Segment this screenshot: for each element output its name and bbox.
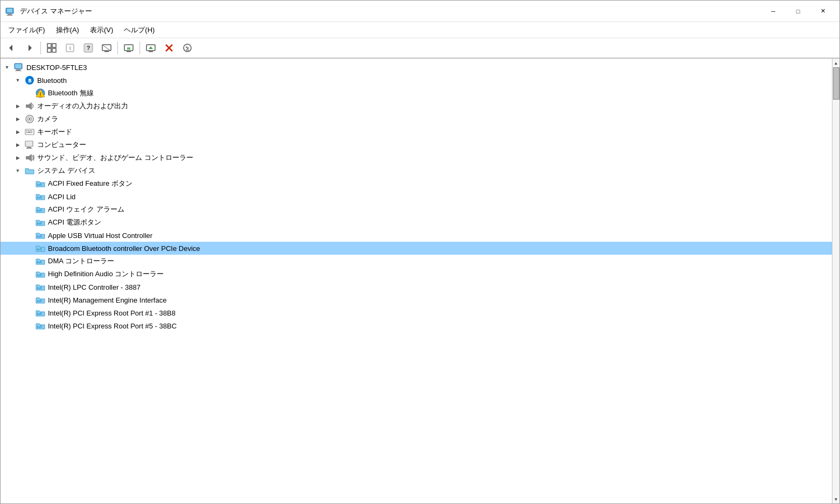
sound-expand[interactable]: ▶ [13,153,22,162]
scroll-thumb[interactable] [833,67,839,100]
sound-group[interactable]: ▶ サウンド、ビデオ、およびゲーム コントローラー [1,151,832,164]
svg-text:!: ! [40,92,41,97]
toolbar-separator-2 [117,41,118,54]
device-folder-icon-11 [35,307,46,318]
svg-rect-86 [37,313,38,315]
svg-rect-45 [30,130,31,131]
bluetooth-label: Bluetooth [37,76,67,85]
apple-usb-label: Apple USB Virtual Host Controller [48,232,152,240]
scroll-down-arrow[interactable]: ▼ [832,495,840,503]
svg-rect-37 [26,104,29,108]
device-folder-icon-3 [35,204,46,215]
download-button[interactable] [179,40,196,56]
svg-rect-84 [39,300,40,302]
svg-rect-29 [16,69,20,71]
svg-rect-69 [39,236,40,237]
forward-button[interactable] [21,40,38,56]
computer-expand[interactable]: ▶ [13,141,22,149]
title-bar: デバイス マネージャー ─ □ ✕ [1,1,839,22]
tree-root[interactable]: ▼ DESKTOP-5FTLE3 [1,61,832,74]
keyboard-icon [24,127,35,137]
update-driver-button[interactable]: i [61,40,79,56]
window-title: デバイス マネージャー [20,6,761,16]
intel-pcie-1[interactable]: Intel(R) PCI Express Root Port #1 - 38B8 [1,306,832,319]
intel-mei[interactable]: Intel(R) Management Engine Interface [1,293,832,306]
maximize-button[interactable]: □ [786,1,810,22]
scroll-up-arrow[interactable]: ▲ [832,59,840,67]
svg-rect-70 [40,235,41,237]
acpi-wake-label: ACPI ウェイク アラーム [48,205,124,214]
menu-file[interactable]: ファイル(F) [3,23,51,37]
close-button[interactable]: ✕ [810,1,835,22]
system-expand[interactable]: ▼ [13,166,22,175]
audio-expand[interactable]: ▶ [13,102,22,110]
scan-changes-button[interactable] [120,40,137,56]
system-devices-group[interactable]: ▼ システム デバイス [1,164,832,177]
intel-lpc[interactable]: Intel(R) LPC Controller - 3887 [1,281,832,293]
audio-group[interactable]: ▶ オーディオの入力および出力 [1,100,832,113]
menu-help[interactable]: ヘルプ(H) [118,23,160,37]
acpi-power[interactable]: ACPI 電源ボタン [1,216,832,229]
svg-rect-88 [40,312,41,315]
bluetooth-expand[interactable]: ▼ [13,76,22,85]
acpi-power-label: ACPI 電源ボタン [48,218,101,227]
camera-icon [24,114,35,124]
toolbar-separator-1 [40,41,41,54]
bluetooth-group[interactable]: ▼ ʙ Bluetooth [1,74,832,87]
menu-action[interactable]: 操作(A) [51,23,85,37]
svg-text:?: ? [87,45,90,51]
intel-pcie-1-label: Intel(R) PCI Express Root Port #1 - 38B8 [48,309,176,317]
device-folder-icon-8 [35,269,46,279]
properties-button[interactable] [43,40,60,56]
svg-rect-43 [26,130,27,131]
camera-expand[interactable]: ▶ [13,115,22,123]
svg-rect-31 [15,64,22,68]
svg-rect-83 [37,300,38,302]
hda-controller[interactable]: High Definition Audio コントローラー [1,268,832,281]
computer-label: コンピューター [37,140,86,150]
svg-rect-89 [37,326,38,328]
acpi-fixed-label: ACPI Fixed Feature ボタン [48,179,132,188]
svg-rect-59 [37,197,38,199]
acpi-fixed-feature[interactable]: ACPI Fixed Feature ボタン [1,177,832,190]
keyboard-group[interactable]: ▶ キーボード [1,125,832,138]
device-tree[interactable]: ▼ DESKTOP-5FTLE3 ▼ ʙ [1,59,832,503]
warning-icon: ! [35,88,46,99]
computer-group[interactable]: ▶ コンピューター [1,138,832,151]
back-button[interactable] [3,40,20,56]
acpi-lid-label: ACPI Lid [48,193,75,201]
minimize-button[interactable]: ─ [761,1,786,22]
svg-line-16 [103,45,110,51]
intel-lpc-label: Intel(R) LPC Controller - 3887 [48,283,141,291]
help-button[interactable]: ? [80,40,97,56]
svg-rect-74 [37,261,38,263]
sound-icon [24,152,35,163]
apple-usb[interactable]: Apple USB Virtual Host Controller [1,229,832,242]
svg-rect-30 [15,71,22,71]
broadcom-bluetooth[interactable]: Broadcom Bluetooth controller Over PCIe … [1,242,832,255]
vertical-scrollbar[interactable]: ▲ ▼ [832,59,839,503]
acpi-lid[interactable]: ACPI Lid [1,190,832,203]
show-hidden-button[interactable] [98,40,115,56]
camera-group[interactable]: ▶ カメラ [1,113,832,125]
svg-rect-64 [40,209,41,212]
svg-rect-3 [7,9,12,12]
svg-rect-57 [39,184,40,186]
remove-device-button[interactable] [160,40,178,56]
root-expand[interactable]: ▼ [3,63,11,72]
acpi-wake[interactable]: ACPI ウェイク アラーム [1,203,832,216]
svg-rect-58 [40,183,41,186]
svg-rect-51 [27,147,31,148]
bluetooth-wireless[interactable]: ! Bluetooth 無線 [1,87,832,100]
scroll-track[interactable] [832,67,840,495]
svg-rect-2 [6,15,13,16]
dma-label: DMA コントローラー [48,256,114,266]
svg-rect-53 [26,142,32,146]
intel-pcie-5[interactable]: Intel(R) PCI Express Root Port #5 - 38BC [1,319,832,332]
sound-label: サウンド、ビデオ、およびゲーム コントローラー [37,153,193,163]
menu-view[interactable]: 表示(V) [85,23,118,37]
add-driver-button[interactable] [142,40,159,56]
keyboard-expand[interactable]: ▶ [13,128,22,136]
broadcom-label: Broadcom Bluetooth controller Over PCIe … [48,244,200,253]
dma-controller[interactable]: DMA コントローラー [1,255,832,268]
